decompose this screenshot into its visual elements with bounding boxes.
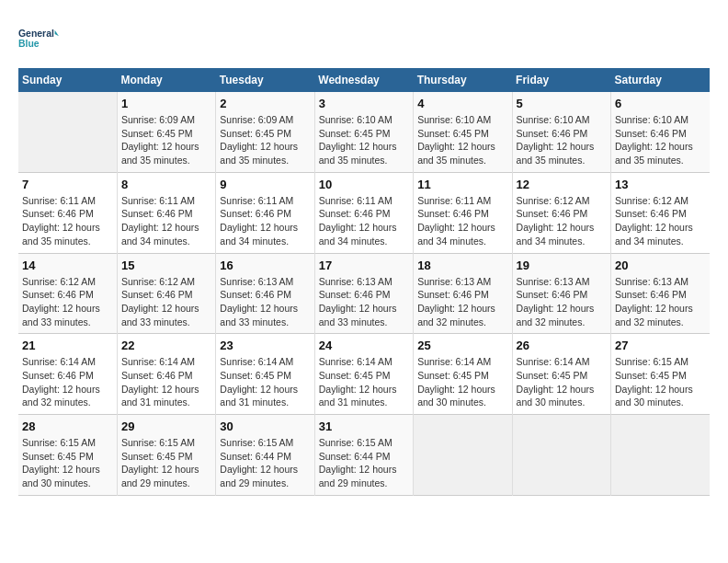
calendar-cell: 6Sunrise: 6:10 AMSunset: 6:46 PMDaylight… xyxy=(611,92,710,172)
day-info: Sunrise: 6:15 AMSunset: 6:45 PMDaylight:… xyxy=(121,436,211,490)
day-number: 1 xyxy=(121,97,211,110)
svg-text:Blue: Blue xyxy=(18,39,40,49)
day-number: 20 xyxy=(615,259,706,272)
day-info: Sunrise: 6:11 AMSunset: 6:46 PMDaylight:… xyxy=(121,194,211,248)
day-info: Sunrise: 6:15 AMSunset: 6:45 PMDaylight:… xyxy=(615,355,706,409)
day-number: 4 xyxy=(417,97,507,110)
day-number: 19 xyxy=(517,259,607,272)
day-number: 25 xyxy=(417,339,507,352)
week-row-1: 1Sunrise: 6:09 AMSunset: 6:45 PMDaylight… xyxy=(18,92,710,172)
day-number: 5 xyxy=(517,97,607,110)
header-thursday: Thursday xyxy=(414,68,512,92)
calendar-cell: 13Sunrise: 6:12 AMSunset: 6:46 PMDayligh… xyxy=(611,172,710,253)
calendar-cell: 27Sunrise: 6:15 AMSunset: 6:45 PMDayligh… xyxy=(611,334,710,415)
day-info: Sunrise: 6:11 AMSunset: 6:46 PMDaylight:… xyxy=(417,194,507,248)
calendar-cell: 2Sunrise: 6:09 AMSunset: 6:45 PMDaylight… xyxy=(216,92,314,172)
day-number: 16 xyxy=(220,259,310,272)
calendar-cell: 1Sunrise: 6:09 AMSunset: 6:45 PMDaylight… xyxy=(117,92,215,172)
week-row-4: 21Sunrise: 6:14 AMSunset: 6:46 PMDayligh… xyxy=(18,334,710,415)
header-saturday: Saturday xyxy=(611,68,710,92)
calendar-cell: 21Sunrise: 6:14 AMSunset: 6:46 PMDayligh… xyxy=(18,334,117,415)
day-info: Sunrise: 6:14 AMSunset: 6:46 PMDaylight:… xyxy=(22,355,113,409)
svg-marker-2 xyxy=(55,30,59,37)
calendar-cell: 23Sunrise: 6:14 AMSunset: 6:45 PMDayligh… xyxy=(216,334,314,415)
day-number: 15 xyxy=(121,259,211,272)
calendar-cell: 26Sunrise: 6:14 AMSunset: 6:45 PMDayligh… xyxy=(512,334,610,415)
day-number: 22 xyxy=(121,339,211,352)
day-number: 13 xyxy=(615,178,706,191)
day-number: 21 xyxy=(22,339,113,352)
logo-svg: General Blue xyxy=(18,18,59,59)
day-info: Sunrise: 6:10 AMSunset: 6:45 PMDaylight:… xyxy=(417,113,507,167)
calendar-cell xyxy=(18,92,117,172)
calendar-cell: 9Sunrise: 6:11 AMSunset: 6:46 PMDaylight… xyxy=(216,172,314,253)
calendar-cell: 29Sunrise: 6:15 AMSunset: 6:45 PMDayligh… xyxy=(117,415,215,496)
day-info: Sunrise: 6:11 AMSunset: 6:46 PMDaylight:… xyxy=(22,194,113,248)
header-tuesday: Tuesday xyxy=(216,68,314,92)
day-info: Sunrise: 6:14 AMSunset: 6:45 PMDaylight:… xyxy=(517,355,607,409)
day-info: Sunrise: 6:10 AMSunset: 6:46 PMDaylight:… xyxy=(517,113,607,167)
day-number: 10 xyxy=(319,178,409,191)
day-info: Sunrise: 6:13 AMSunset: 6:46 PMDaylight:… xyxy=(220,275,310,329)
calendar-cell: 4Sunrise: 6:10 AMSunset: 6:45 PMDaylight… xyxy=(414,92,512,172)
calendar-cell: 15Sunrise: 6:12 AMSunset: 6:46 PMDayligh… xyxy=(117,253,215,334)
day-info: Sunrise: 6:11 AMSunset: 6:46 PMDaylight:… xyxy=(319,194,409,248)
week-row-2: 7Sunrise: 6:11 AMSunset: 6:46 PMDaylight… xyxy=(18,172,710,253)
week-row-3: 14Sunrise: 6:12 AMSunset: 6:46 PMDayligh… xyxy=(18,253,710,334)
day-number: 11 xyxy=(417,178,507,191)
day-number: 23 xyxy=(220,339,310,352)
day-info: Sunrise: 6:15 AMSunset: 6:45 PMDaylight:… xyxy=(22,436,113,490)
calendar-cell: 5Sunrise: 6:10 AMSunset: 6:46 PMDaylight… xyxy=(512,92,610,172)
calendar-cell: 10Sunrise: 6:11 AMSunset: 6:46 PMDayligh… xyxy=(314,172,413,253)
day-number: 28 xyxy=(22,419,113,433)
day-info: Sunrise: 6:12 AMSunset: 6:46 PMDaylight:… xyxy=(121,275,211,329)
calendar-cell xyxy=(512,415,610,496)
day-number: 2 xyxy=(220,97,310,110)
day-number: 31 xyxy=(319,419,409,433)
day-number: 30 xyxy=(220,419,310,433)
calendar-cell: 30Sunrise: 6:15 AMSunset: 6:44 PMDayligh… xyxy=(216,415,314,496)
day-info: Sunrise: 6:09 AMSunset: 6:45 PMDaylight:… xyxy=(220,113,310,167)
calendar-cell: 18Sunrise: 6:13 AMSunset: 6:46 PMDayligh… xyxy=(414,253,512,334)
calendar-cell: 7Sunrise: 6:11 AMSunset: 6:46 PMDaylight… xyxy=(18,172,117,253)
calendar-cell: 24Sunrise: 6:14 AMSunset: 6:45 PMDayligh… xyxy=(314,334,413,415)
header-sunday: Sunday xyxy=(18,68,117,92)
calendar-cell: 3Sunrise: 6:10 AMSunset: 6:45 PMDaylight… xyxy=(314,92,413,172)
day-info: Sunrise: 6:10 AMSunset: 6:45 PMDaylight:… xyxy=(319,113,409,167)
calendar-cell: 17Sunrise: 6:13 AMSunset: 6:46 PMDayligh… xyxy=(314,253,413,334)
day-info: Sunrise: 6:13 AMSunset: 6:46 PMDaylight:… xyxy=(517,275,607,329)
calendar-cell: 28Sunrise: 6:15 AMSunset: 6:45 PMDayligh… xyxy=(18,415,117,496)
day-number: 12 xyxy=(517,178,607,191)
calendar-cell: 20Sunrise: 6:13 AMSunset: 6:46 PMDayligh… xyxy=(611,253,710,334)
day-info: Sunrise: 6:12 AMSunset: 6:46 PMDaylight:… xyxy=(517,194,607,248)
day-info: Sunrise: 6:13 AMSunset: 6:46 PMDaylight:… xyxy=(417,275,507,329)
day-number: 24 xyxy=(319,339,409,352)
calendar-cell: 31Sunrise: 6:15 AMSunset: 6:44 PMDayligh… xyxy=(314,415,413,496)
header-friday: Friday xyxy=(512,68,610,92)
day-number: 8 xyxy=(121,178,211,191)
day-info: Sunrise: 6:14 AMSunset: 6:45 PMDaylight:… xyxy=(319,355,409,409)
day-number: 6 xyxy=(615,97,706,110)
calendar-cell: 11Sunrise: 6:11 AMSunset: 6:46 PMDayligh… xyxy=(414,172,512,253)
day-info: Sunrise: 6:14 AMSunset: 6:46 PMDaylight:… xyxy=(121,355,211,409)
day-number: 29 xyxy=(121,419,211,433)
calendar-cell: 16Sunrise: 6:13 AMSunset: 6:46 PMDayligh… xyxy=(216,253,314,334)
day-number: 26 xyxy=(517,339,607,352)
day-info: Sunrise: 6:15 AMSunset: 6:44 PMDaylight:… xyxy=(319,436,409,490)
day-number: 9 xyxy=(220,178,310,191)
logo: General Blue xyxy=(18,18,59,59)
calendar-cell xyxy=(611,415,710,496)
day-number: 7 xyxy=(22,178,113,191)
day-info: Sunrise: 6:12 AMSunset: 6:46 PMDaylight:… xyxy=(615,194,706,248)
week-row-5: 28Sunrise: 6:15 AMSunset: 6:45 PMDayligh… xyxy=(18,415,710,496)
header-row: SundayMondayTuesdayWednesdayThursdayFrid… xyxy=(18,68,710,92)
svg-text:General: General xyxy=(18,29,54,39)
day-info: Sunrise: 6:15 AMSunset: 6:44 PMDaylight:… xyxy=(220,436,310,490)
calendar-cell: 14Sunrise: 6:12 AMSunset: 6:46 PMDayligh… xyxy=(18,253,117,334)
calendar-cell xyxy=(414,415,512,496)
calendar-cell: 25Sunrise: 6:14 AMSunset: 6:45 PMDayligh… xyxy=(414,334,512,415)
day-info: Sunrise: 6:13 AMSunset: 6:46 PMDaylight:… xyxy=(615,275,706,329)
day-number: 18 xyxy=(417,259,507,272)
day-info: Sunrise: 6:14 AMSunset: 6:45 PMDaylight:… xyxy=(220,355,310,409)
day-number: 17 xyxy=(319,259,409,272)
